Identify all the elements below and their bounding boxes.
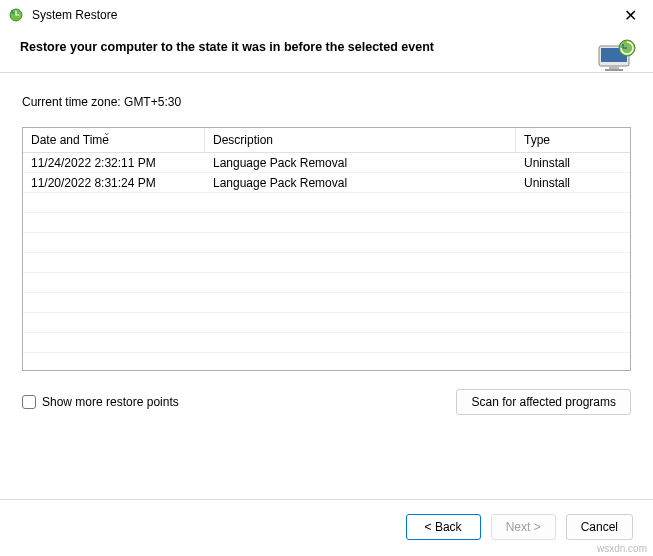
column-type[interactable]: Type — [516, 128, 630, 152]
column-date[interactable]: Date and Time ⌄ — [23, 128, 205, 152]
empty-row — [23, 233, 630, 253]
show-more-label: Show more restore points — [42, 395, 179, 409]
back-button[interactable]: < Back — [406, 514, 481, 540]
table-row[interactable]: 11/20/2022 8:31:24 PM Language Pack Remo… — [23, 173, 630, 193]
next-button[interactable]: Next > — [491, 514, 556, 540]
show-more-checkbox[interactable]: Show more restore points — [22, 395, 179, 409]
empty-row — [23, 193, 630, 213]
wizard-footer: < Back Next > Cancel — [0, 499, 653, 556]
table-row[interactable]: 11/24/2022 2:32:11 PM Language Pack Remo… — [23, 153, 630, 173]
cancel-button[interactable]: Cancel — [566, 514, 633, 540]
empty-row — [23, 313, 630, 333]
titlebar: System Restore ✕ — [0, 0, 653, 30]
cell-desc: Language Pack Removal — [205, 156, 516, 170]
cell-type: Uninstall — [516, 176, 630, 190]
scan-affected-button[interactable]: Scan for affected programs — [456, 389, 631, 415]
empty-row — [23, 293, 630, 313]
restore-points-table: Date and Time ⌄ Description Type 11/24/2… — [22, 127, 631, 371]
svg-rect-3 — [609, 66, 619, 69]
checkbox-box-icon — [22, 395, 36, 409]
cell-date: 11/20/2022 8:31:24 PM — [23, 176, 205, 190]
page-heading: Restore your computer to the state it wa… — [20, 40, 434, 54]
system-restore-icon — [8, 7, 24, 23]
window-title: System Restore — [32, 8, 618, 22]
close-icon[interactable]: ✕ — [618, 4, 643, 27]
body: Current time zone: GMT+5:30 Date and Tim… — [0, 73, 653, 415]
sort-desc-icon: ⌄ — [103, 127, 111, 137]
empty-row — [23, 273, 630, 293]
timezone-label: Current time zone: GMT+5:30 — [22, 95, 631, 109]
column-description[interactable]: Description — [205, 128, 516, 152]
table-body: 11/24/2022 2:32:11 PM Language Pack Remo… — [23, 153, 630, 370]
below-table-row: Show more restore points Scan for affect… — [22, 389, 631, 415]
cell-type: Uninstall — [516, 156, 630, 170]
empty-row — [23, 213, 630, 233]
header: Restore your computer to the state it wa… — [0, 30, 653, 73]
cell-date: 11/24/2022 2:32:11 PM — [23, 156, 205, 170]
empty-row — [23, 333, 630, 353]
restore-monitor-icon — [595, 36, 639, 79]
cell-desc: Language Pack Removal — [205, 176, 516, 190]
table-header: Date and Time ⌄ Description Type — [23, 128, 630, 153]
column-date-label: Date and Time — [31, 133, 109, 147]
empty-row — [23, 253, 630, 273]
svg-rect-4 — [605, 69, 623, 71]
